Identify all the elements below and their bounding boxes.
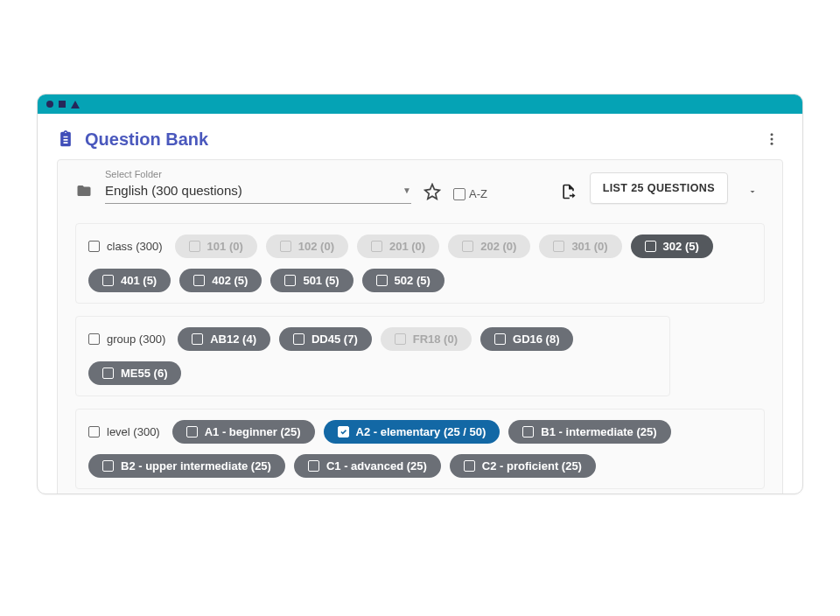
tag-section-group: group (300)AB12 (4)DD45 (7)FR18 (0)GD16 … bbox=[75, 316, 670, 396]
tag-section-class: class (300)101 (0)102 (0)201 (0)202 (0)3… bbox=[75, 223, 765, 304]
chip-label: B1 - intermediate (25) bbox=[541, 425, 656, 438]
chip-class[interactable]: 402 (5) bbox=[179, 269, 262, 292]
section-level-label: level (300) bbox=[107, 425, 160, 438]
file-export-icon bbox=[560, 183, 578, 200]
sort-az-label: A-Z bbox=[469, 187, 487, 200]
checkbox-empty-icon bbox=[376, 275, 388, 286]
chip-class: 202 (0) bbox=[448, 234, 530, 258]
clipboard-icon bbox=[57, 130, 74, 149]
section-class-label: class (300) bbox=[107, 240, 163, 253]
window-titlebar bbox=[38, 94, 802, 114]
chip-label: 401 (5) bbox=[121, 274, 157, 287]
chip-label: 402 (5) bbox=[212, 274, 248, 287]
content-area: Select Folder English (300 questions) ▼ … bbox=[38, 159, 802, 494]
folder-icon bbox=[75, 183, 93, 199]
chip-group[interactable]: AB12 (4) bbox=[178, 327, 270, 351]
checkbox-empty-icon bbox=[464, 460, 475, 472]
chip-level[interactable]: C2 - proficient (25) bbox=[450, 454, 596, 478]
chip-class: 301 (0) bbox=[539, 234, 621, 258]
caret-down-icon bbox=[747, 186, 758, 197]
checkbox-empty-icon bbox=[186, 426, 198, 438]
checkbox-empty-icon bbox=[371, 241, 382, 252]
section-level-toggle[interactable]: level (300) bbox=[88, 425, 160, 438]
tag-section-level: level (300)A1 - beginner (25)A2 - elemen… bbox=[75, 409, 765, 489]
app-window: Question Bank Select Folder English (300… bbox=[37, 94, 803, 494]
chip-level[interactable]: A1 - beginner (25) bbox=[172, 420, 315, 444]
list-questions-button[interactable]: LIST 25 QUESTIONS bbox=[590, 172, 728, 204]
chip-level[interactable]: C1 - advanced (25) bbox=[294, 454, 441, 478]
chip-class: 201 (0) bbox=[357, 234, 439, 258]
chip-class: 101 (0) bbox=[175, 234, 257, 258]
chip-class[interactable]: 401 (5) bbox=[88, 269, 171, 292]
chip-label: ME55 (6) bbox=[121, 367, 167, 380]
chip-class: 102 (0) bbox=[266, 234, 348, 258]
more-menu-button[interactable] bbox=[760, 128, 783, 150]
chip-label: 501 (5) bbox=[303, 274, 339, 287]
chip-label: GD16 (8) bbox=[513, 332, 559, 346]
chip-level[interactable]: B2 - upper intermediate (25) bbox=[88, 454, 285, 478]
chip-level[interactable]: B1 - intermediate (25) bbox=[508, 420, 670, 444]
folder-select[interactable]: Select Folder English (300 questions) ▼ bbox=[105, 179, 411, 204]
checkbox-empty-icon bbox=[102, 368, 114, 379]
chip-group[interactable]: GD16 (8) bbox=[480, 327, 573, 351]
window-control-circle bbox=[46, 101, 53, 108]
checkbox-empty-icon bbox=[88, 333, 100, 345]
chip-label: C1 - advanced (25) bbox=[326, 459, 427, 472]
chip-class[interactable]: 502 (5) bbox=[362, 269, 444, 292]
checkbox-empty-icon bbox=[645, 241, 656, 252]
list-questions-dropdown[interactable] bbox=[740, 179, 765, 204]
folder-select-value: English (300 questions) bbox=[105, 183, 402, 198]
checkbox-empty-icon bbox=[102, 460, 114, 472]
svg-point-2 bbox=[771, 143, 774, 145]
checkbox-empty-icon bbox=[88, 241, 100, 252]
checkbox-empty-icon bbox=[308, 460, 319, 472]
chip-label: AB12 (4) bbox=[210, 332, 256, 346]
page-header: Question Bank bbox=[38, 114, 802, 159]
chip-label: DD45 (7) bbox=[312, 332, 358, 346]
favorite-button[interactable] bbox=[424, 183, 441, 200]
checkbox-empty-icon bbox=[494, 333, 506, 345]
checkbox-empty-icon bbox=[88, 426, 100, 438]
chip-label: A1 - beginner (25) bbox=[205, 425, 301, 438]
checkbox-empty-icon bbox=[284, 275, 296, 286]
chip-label: 201 (0) bbox=[389, 240, 425, 253]
chip-class[interactable]: 501 (5) bbox=[270, 269, 353, 292]
chip-label: 302 (5) bbox=[663, 240, 699, 253]
window-control-triangle bbox=[71, 101, 80, 108]
checkbox-empty-icon bbox=[280, 241, 291, 252]
chip-class[interactable]: 302 (5) bbox=[631, 234, 713, 258]
section-class-toggle[interactable]: class (300) bbox=[88, 240, 163, 253]
checkbox-empty-icon bbox=[462, 241, 473, 252]
chip-group: FR18 (0) bbox=[381, 327, 472, 351]
chip-label: 301 (0) bbox=[571, 240, 607, 253]
more-vert-icon bbox=[764, 131, 780, 147]
checkbox-empty-icon bbox=[192, 333, 203, 345]
chip-label: A2 - elementary (25 / 50) bbox=[356, 425, 486, 438]
star-outline-icon bbox=[424, 183, 441, 200]
checkbox-empty-icon bbox=[453, 188, 466, 200]
checkbox-checked-icon bbox=[338, 426, 349, 438]
svg-point-1 bbox=[771, 138, 774, 141]
caret-down-icon: ▼ bbox=[402, 186, 411, 195]
chip-label: 502 (5) bbox=[395, 274, 430, 287]
toolbar: Select Folder English (300 questions) ▼ … bbox=[75, 172, 765, 204]
chip-level[interactable]: A2 - elementary (25 / 50) bbox=[324, 420, 500, 444]
section-group-toggle[interactable]: group (300) bbox=[88, 332, 165, 346]
chip-label: FR18 (0) bbox=[413, 332, 458, 346]
checkbox-empty-icon bbox=[553, 241, 564, 252]
chip-label: 102 (0) bbox=[298, 240, 334, 253]
folder-select-label: Select Folder bbox=[105, 169, 162, 179]
chip-group[interactable]: DD45 (7) bbox=[279, 327, 372, 351]
checkbox-empty-icon bbox=[102, 275, 114, 286]
chip-label: 101 (0) bbox=[207, 240, 243, 253]
chip-label: B2 - upper intermediate (25) bbox=[121, 459, 271, 472]
chip-group[interactable]: ME55 (6) bbox=[88, 361, 181, 385]
section-group-label: group (300) bbox=[107, 332, 165, 346]
checkbox-empty-icon bbox=[189, 241, 200, 252]
checkbox-empty-icon bbox=[293, 333, 304, 345]
checkbox-empty-icon bbox=[193, 275, 205, 286]
svg-point-0 bbox=[771, 133, 774, 136]
export-button[interactable] bbox=[560, 183, 578, 200]
window-control-square bbox=[59, 101, 66, 108]
sort-az-toggle[interactable]: A-Z bbox=[453, 187, 487, 200]
